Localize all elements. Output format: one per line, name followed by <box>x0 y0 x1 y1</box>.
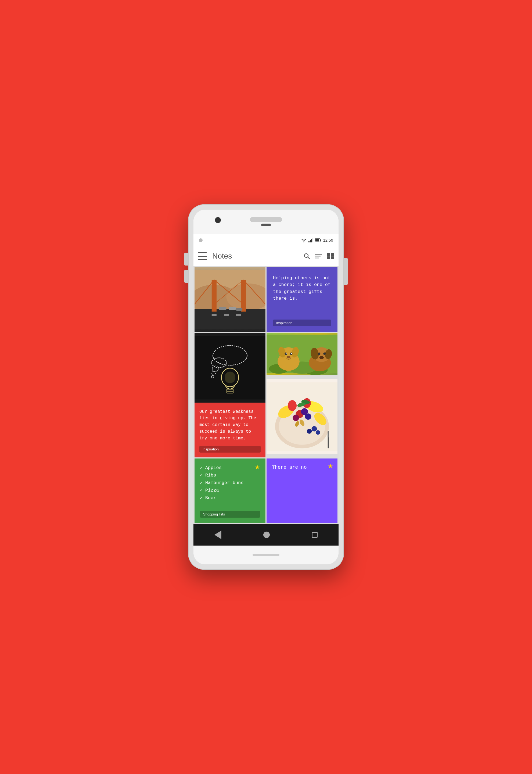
svg-rect-84 <box>328 431 329 438</box>
shopping-item: ✓ Hamburger buns <box>200 479 243 486</box>
phone-screen: 12:59 Notes <box>193 210 339 565</box>
volume-up-button[interactable] <box>184 253 188 266</box>
note-tag-red: Inspiration <box>199 446 261 453</box>
item-text: Hamburger buns <box>205 480 244 485</box>
volume-down-button[interactable] <box>184 270 188 283</box>
svg-point-74 <box>305 413 311 420</box>
svg-rect-23 <box>212 280 217 311</box>
note-tag-shopping: Shopping lists <box>200 511 260 518</box>
star-icon: ★ <box>255 464 260 471</box>
svg-point-76 <box>312 426 317 431</box>
note-text-red: Our greatest weakness lies in giving up.… <box>199 409 261 442</box>
shopping-list-header: ✓ Apples ✓ Ribs ✓ Hamburger buns <box>200 464 260 501</box>
note-purple-bottom[interactable]: There are no ★ <box>267 458 337 523</box>
home-indicator <box>253 554 279 556</box>
note-tag-purple: Inspiration <box>273 320 331 326</box>
note-dogs[interactable] <box>267 333 337 378</box>
search-button[interactable] <box>303 252 311 260</box>
phone-frame: 12:59 Notes <box>188 204 344 570</box>
check-icon: ✓ <box>200 488 203 493</box>
svg-point-61 <box>318 352 320 355</box>
svg-rect-5 <box>321 239 321 241</box>
status-indicator <box>199 238 203 242</box>
svg-point-70 <box>288 400 297 411</box>
shopping-item: ✓ Beer <box>200 494 243 501</box>
menu-button[interactable] <box>198 252 207 260</box>
note-text-purple: Helping others is not a chore; it is one… <box>273 275 331 302</box>
svg-rect-19 <box>195 309 265 329</box>
svg-point-75 <box>293 415 299 421</box>
screen-content: 12:59 Notes <box>193 234 339 546</box>
shopping-item: ✓ Ribs <box>200 471 243 479</box>
note-bridge[interactable] <box>195 267 265 332</box>
star-icon-bottom: ★ <box>328 463 333 470</box>
back-button[interactable] <box>214 531 221 539</box>
shopping-item: ✓ Apples <box>200 464 243 471</box>
notes-grid: Helping others is not a chore; it is one… <box>193 266 339 524</box>
svg-rect-14 <box>327 256 330 259</box>
note-text-purple-bottom: There are no <box>272 464 307 471</box>
wifi-icon <box>301 238 307 242</box>
check-icon: ✓ <box>200 495 203 500</box>
svg-rect-24 <box>241 280 246 311</box>
note-inspiration-purple[interactable]: Helping others is not a chore; it is one… <box>267 267 337 332</box>
svg-point-54 <box>286 353 287 354</box>
front-sensor <box>261 224 271 226</box>
svg-rect-21 <box>224 314 229 316</box>
bottom-bezel <box>193 546 339 564</box>
svg-rect-15 <box>331 256 334 259</box>
app-title: Notes <box>212 252 303 260</box>
item-text: Pizza <box>205 488 219 493</box>
item-text: Beer <box>205 495 216 500</box>
top-bezel <box>193 210 339 234</box>
status-right: 12:59 <box>301 238 333 242</box>
item-text: Ribs <box>205 473 216 478</box>
app-actions <box>303 252 334 260</box>
recents-button[interactable] <box>312 532 318 538</box>
grid-view-button[interactable] <box>327 252 334 260</box>
svg-point-62 <box>323 352 326 355</box>
svg-rect-2 <box>311 239 312 242</box>
svg-rect-0 <box>308 241 310 242</box>
svg-rect-22 <box>236 314 241 316</box>
svg-point-77 <box>307 429 312 434</box>
svg-line-8 <box>308 257 310 259</box>
svg-rect-6 <box>315 239 319 241</box>
note-shopping-list[interactable]: ✓ Apples ✓ Ribs ✓ Hamburger buns <box>195 458 265 523</box>
bottom-nav <box>193 524 339 546</box>
note-red-inspiration[interactable]: Our greatest weakness lies in giving up.… <box>195 403 265 458</box>
home-button[interactable] <box>263 532 270 538</box>
svg-rect-31 <box>236 307 242 310</box>
check-icon: ✓ <box>200 480 203 485</box>
status-bar: 12:59 <box>193 234 339 247</box>
svg-rect-13 <box>331 253 334 256</box>
speaker <box>250 217 282 222</box>
note-fruit[interactable] <box>267 379 337 458</box>
right-side-buttons <box>344 258 348 285</box>
shopping-item: ✓ Pizza <box>200 486 243 494</box>
item-text: Apples <box>205 465 222 470</box>
svg-point-41 <box>225 371 235 383</box>
note-lightbulb[interactable]: Our greatest weakness lies in giving up.… <box>195 333 265 458</box>
signal-icon <box>308 238 313 242</box>
svg-rect-3 <box>312 238 313 242</box>
svg-point-55 <box>291 353 292 354</box>
left-side-buttons <box>184 253 188 283</box>
check-icon: ✓ <box>200 465 203 470</box>
camera <box>215 217 221 223</box>
shopping-items: ✓ Apples ✓ Ribs ✓ Hamburger buns <box>200 464 243 501</box>
sort-button[interactable] <box>315 252 322 260</box>
svg-rect-29 <box>219 307 226 310</box>
status-left <box>199 238 203 242</box>
svg-rect-20 <box>212 314 217 316</box>
svg-rect-30 <box>229 307 235 310</box>
app-bar: Notes <box>193 247 339 266</box>
svg-rect-1 <box>310 240 311 242</box>
svg-point-63 <box>319 356 324 359</box>
power-button[interactable] <box>344 258 348 285</box>
battery-icon <box>315 238 321 242</box>
time-display: 12:59 <box>323 238 333 242</box>
svg-rect-12 <box>327 253 330 256</box>
svg-point-78 <box>316 430 320 435</box>
check-icon: ✓ <box>200 472 203 478</box>
